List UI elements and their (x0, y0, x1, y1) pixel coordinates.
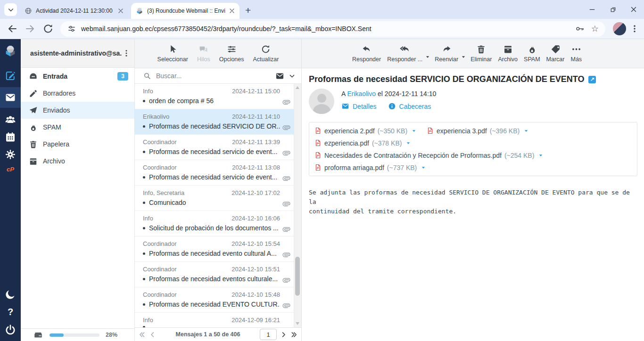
contacts-icon[interactable] (5, 114, 16, 125)
delete-button[interactable]: Eliminar (468, 39, 494, 68)
forward-caret-icon[interactable] (461, 55, 466, 59)
mail-view-pane: Responder Responder ... Reenviar Elimina… (302, 39, 644, 341)
spam-button[interactable]: SPAM (521, 39, 543, 68)
bookmark-star-icon[interactable]: ☆ (591, 24, 599, 34)
attachment-item[interactable]: ezperiencia.pdf(~378 KB) (314, 138, 411, 147)
tab-search-button[interactable] (4, 3, 17, 16)
attachment-item[interactable]: experiencia 3.pdf(~396 KB) (427, 126, 528, 135)
message-subject: Proformas de necesidad SERVICIO DE OR... (149, 122, 280, 130)
scroll-down-icon[interactable] (296, 322, 299, 325)
attachment-paperclip-icon (281, 96, 292, 107)
message-row[interactable]: Coordinador2024-12-10 15:48 Proformas de… (135, 287, 294, 313)
password-key-icon[interactable] (575, 24, 585, 33)
address-bar[interactable]: webmail.sanjuan.gob.ec/cpsess6773850452/… (60, 21, 605, 37)
account-header: asistente-administrativo@sa... (21, 39, 134, 68)
reply-all-button[interactable]: Responder ... (385, 44, 425, 63)
settings-gear-icon[interactable] (5, 149, 16, 160)
minimize-button[interactable] (582, 0, 603, 19)
message-subject: Solicitud de probación de los documentos… (149, 224, 280, 232)
message-row[interactable]: Coordinador2024-12-11 13:39 Proformas de… (135, 135, 294, 160)
folder-entrada[interactable]: Entrada 3 (21, 68, 134, 85)
tab-close-icon[interactable] (117, 7, 124, 15)
search-input[interactable] (155, 72, 271, 80)
folder-options-kebab-icon[interactable] (122, 49, 131, 57)
select-button[interactable]: Seleccionar (155, 39, 190, 68)
folder-label: Archivo (43, 157, 65, 165)
forward-button[interactable] (25, 23, 36, 34)
status-dot (143, 202, 145, 204)
reply-all-caret-icon[interactable] (425, 55, 430, 59)
close-button[interactable] (623, 0, 644, 19)
scrollbar-thumb[interactable] (295, 257, 300, 296)
message-subject: Proformas de necesidad servicio de event… (149, 148, 280, 155)
dark-mode-moon-icon[interactable] (5, 289, 16, 300)
message-row[interactable]: Info2024-12-10 16:06 Solicitud de probac… (135, 211, 294, 236)
message-row[interactable]: Coordinador2024-12-10 15:54 Proformas de… (135, 236, 294, 262)
site-settings-icon[interactable] (67, 24, 76, 33)
more-button[interactable]: Más (568, 39, 584, 68)
trash-icon (29, 140, 38, 149)
refresh-button[interactable]: Actualizar (251, 39, 281, 68)
attachment-item[interactable]: Necesidades de Contratación y Recepción … (314, 151, 543, 160)
open-in-new-window-icon[interactable]: ↗ (588, 76, 596, 83)
attachment-item[interactable]: proforma arriaga.pdf(~737 KB) (314, 163, 632, 172)
message-row[interactable]: Info, Secretaria2024-12-10 17:02 Comunic… (135, 186, 294, 211)
archive-button[interactable]: Archivo (495, 39, 520, 68)
attachment-menu-caret-icon[interactable] (412, 129, 416, 133)
tab-close-icon[interactable] (228, 7, 236, 15)
account-email: asistente-administrativo@sa... (30, 49, 122, 57)
folder-papelera[interactable]: Papelera (21, 136, 134, 153)
attachment-item[interactable]: experiencia 2.pdf(~350 KB) (314, 126, 416, 135)
folder-spam[interactable]: SPAM (21, 119, 134, 136)
message-row[interactable]: Coordinador2024-12-11 13:08 Proformas de… (135, 160, 294, 186)
prev-page-icon[interactable] (149, 331, 156, 338)
help-icon[interactable]: ? (8, 307, 13, 317)
reply-all-icon (400, 44, 410, 54)
message-date: 2024-12-11 13:08 (232, 164, 280, 171)
list-scrollbar[interactable] (294, 84, 301, 327)
browser-tab-activity[interactable]: Actividad 2024-12-11 12:30:00 (20, 3, 128, 19)
message-list: Info2024-12-11 15:00 orden de compra # 5… (135, 84, 294, 341)
browser-profile-avatar[interactable] (613, 22, 626, 35)
options-button[interactable]: Opciones (217, 39, 247, 68)
mark-button[interactable]: Marcar (544, 39, 567, 68)
next-page-icon[interactable] (280, 331, 287, 338)
logout-power-icon[interactable] (5, 324, 16, 335)
browser-menu-icon[interactable] (630, 24, 639, 33)
cpanel-icon[interactable]: cP (7, 166, 14, 173)
headers-link[interactable]: Cabeceras (388, 102, 431, 110)
search-scope-chevron-icon[interactable] (289, 73, 296, 80)
back-button[interactable] (7, 23, 18, 34)
attachment-menu-caret-icon[interactable] (406, 141, 411, 146)
last-page-icon[interactable] (290, 331, 297, 338)
folder-borradores[interactable]: Borradores (21, 85, 134, 102)
folder-archivo[interactable]: Archivo (21, 153, 134, 170)
scroll-up-icon[interactable] (296, 86, 299, 89)
message-row[interactable]: Info2024-12-11 15:00 orden de compra # 5… (135, 84, 294, 109)
folder-enviados[interactable]: Enviados (21, 102, 134, 119)
new-tab-button[interactable]: + (245, 5, 251, 15)
reload-button[interactable] (42, 23, 54, 34)
browser-tab-roundcube[interactable]: (3) Roundcube Webmail :: Envia (131, 3, 239, 19)
details-link[interactable]: Detalles (341, 102, 377, 110)
attachment-menu-caret-icon[interactable] (538, 153, 543, 158)
maximize-button[interactable] (603, 0, 623, 19)
search-scope-mail-icon[interactable] (275, 72, 284, 81)
first-page-icon[interactable] (139, 331, 146, 338)
message-row-selected[interactable]: Erikaolivo2024-12-11 14:10 Proformas de … (135, 109, 294, 135)
reply-button[interactable]: Responder (350, 39, 383, 68)
status-dot (143, 151, 145, 153)
nav-mail[interactable] (0, 87, 21, 108)
page-number-input[interactable] (260, 329, 277, 340)
attachment-menu-caret-icon[interactable] (524, 129, 528, 133)
message-row[interactable]: Coordinador2024-12-10 15:51 Proformas de… (135, 262, 294, 287)
calendar-icon[interactable] (5, 131, 16, 143)
compose-icon[interactable] (5, 70, 16, 81)
attachment-menu-caret-icon[interactable] (421, 165, 426, 170)
attachment-paperclip-icon (281, 197, 292, 209)
forward-button[interactable]: Reenviar (432, 44, 461, 63)
threads-button[interactable]: Hilos (195, 39, 213, 68)
archive-icon (29, 157, 38, 166)
folder-label: SPAM (43, 123, 61, 131)
recipient-name-link[interactable]: Erikaolivo (347, 90, 376, 97)
